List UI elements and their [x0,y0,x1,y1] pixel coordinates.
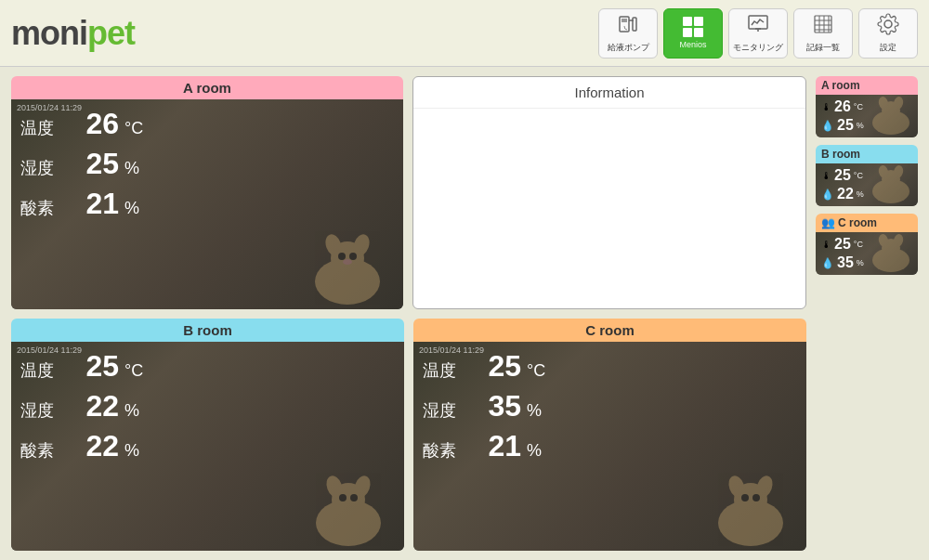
room-b-card: B room 2015/01/24 11:29 温度 25 [11,319,404,552]
room-b-humidity-label: 湿度 [20,399,58,422]
sidebar-b-temp-unit: °C [854,171,863,180]
nav-pump-button[interactable]: 給液ポンプ [598,8,658,59]
nav-menios-button[interactable]: Menios [663,8,723,59]
sidebar-c-humidity-value: 35 [837,254,854,271]
room-c-card: C room 2015/01/24 11:29 温度 25 [413,319,806,552]
room-a-header: A room [11,76,403,99]
nav-buttons: 給液ポンプ Menios モニタリング [598,8,918,59]
sidebar-room-b[interactable]: B room 🌡 25 °C 💧 22 % [816,145,918,206]
sidebar-a-temp-value: 26 [834,98,851,115]
sidebar-c-temp-value: 25 [834,236,851,253]
pump-icon [617,13,639,39]
room-c-temp-label: 温度 [423,359,460,382]
room-b-oxygen-label: 酸素 [20,439,58,462]
rooms-area: A room 2015/01/24 11:29 [11,76,806,551]
room-a-temp-unit: °C [124,119,143,138]
room-a-temp-row: 温度 26 °C [20,107,394,141]
room-a-temp-value: 26 [63,107,119,141]
drop-icon-c: 💧 [821,257,834,269]
nav-pump-label: 給液ポンプ [608,42,649,54]
sidebar-c-humidity-row: 💧 35 % [821,254,912,271]
sidebar-room-c[interactable]: 👥 C room 🌡 25 °C 💧 35 % [816,214,918,275]
sidebar-a-temp-unit: °C [854,102,863,111]
people-icon: 👥 [821,216,835,229]
room-b-temp-value: 25 [63,349,119,384]
room-c-humidity-label: 湿度 [423,399,460,422]
nav-settings-button[interactable]: 設定 [858,8,918,59]
room-c-oxygen-row: 酸素 21 % [423,429,797,463]
records-icon [812,13,834,39]
room-b-body: 2015/01/24 11:29 温度 25 °C [11,342,404,552]
nav-records-label: 記録一覧 [806,42,840,54]
room-c-humidity-unit: % [527,401,542,421]
bottom-row: B room 2015/01/24 11:29 温度 25 [11,319,806,552]
sidebar-c-header: 👥 C room [816,214,918,232]
room-b-oxygen-row: 酸素 22 % [20,429,395,463]
drop-icon: 💧 [821,120,834,132]
room-b-oxygen-value: 22 [63,429,119,463]
svg-rect-1 [622,19,627,22]
room-b-header: B room [11,319,404,342]
room-a-stats: 温度 26 °C 湿度 25 % 酸素 21 % [11,99,403,228]
room-c-oxygen-unit: % [527,441,542,461]
app-logo: monipet [11,14,135,53]
info-panel-body [413,109,805,308]
room-a-oxygen-row: 酸素 21 % [20,187,394,221]
room-a-oxygen-value: 21 [63,187,119,221]
sidebar-c-temp-row: 🌡 25 °C [821,236,912,253]
room-a-humidity-label: 湿度 [20,157,58,179]
sidebar-c-temp-unit: °C [854,240,863,249]
room-a-card: A room 2015/01/24 11:29 [11,76,403,309]
thermometer-icon: 🌡 [821,101,831,112]
sidebar-a-temp-row: 🌡 26 °C [821,98,912,115]
room-a-humidity-row: 湿度 25 % [20,147,394,181]
sidebar-b-body: 🌡 25 °C 💧 22 % [816,163,918,206]
sidebar-a-humidity-unit: % [857,121,864,130]
svg-point-20 [343,259,352,265]
sidebar-c-body: 🌡 25 °C 💧 35 % [816,232,918,275]
sidebar-room-a[interactable]: A room 🌡 26 °C 💧 25 % [816,76,918,137]
sidebar-a-humidity-row: 💧 25 % [821,117,912,134]
sidebar-a-humidity-value: 25 [837,117,854,134]
room-b-stats: 温度 25 °C 湿度 22 % 酸素 22 % [11,342,404,471]
menios-icon [683,17,703,37]
info-panel: Information [412,76,806,309]
room-c-oxygen-value: 21 [465,429,521,463]
room-c-temp-value: 25 [465,349,521,384]
nav-monitoring-label: モニタリング [733,42,783,54]
svg-point-19 [349,253,357,260]
svg-point-32 [752,494,760,501]
room-b-humidity-unit: % [124,401,139,421]
main-content: A room 2015/01/24 11:29 [0,67,929,560]
sidebar-c-name: C room [838,216,877,229]
logo-moni: moni [11,14,87,52]
room-c-stats: 温度 25 °C 湿度 35 % 酸素 21 % [413,342,806,471]
nav-menios-label: Menios [679,40,706,49]
nav-monitoring-button[interactable]: モニタリング [728,8,788,59]
svg-rect-3 [633,18,636,31]
room-c-humidity-value: 35 [465,389,521,423]
top-row: A room 2015/01/24 11:29 [11,76,806,309]
sidebar: A room 🌡 26 °C 💧 25 % [816,76,918,551]
sidebar-c-humidity-unit: % [857,258,864,267]
room-b-temp-label: 温度 [20,359,58,382]
sidebar-b-header: B room [816,145,918,163]
nav-records-button[interactable]: 記録一覧 [793,8,853,59]
nav-settings-label: 設定 [880,42,896,54]
sidebar-b-humidity-row: 💧 22 % [821,186,912,202]
settings-icon [877,13,899,39]
info-panel-title: Information [413,77,805,109]
room-b-humidity-row: 湿度 22 % [20,389,395,423]
svg-point-25 [339,494,347,501]
svg-point-18 [338,253,346,260]
svg-point-26 [350,494,358,501]
room-a-humidity-unit: % [124,159,139,178]
room-c-oxygen-label: 酸素 [423,439,460,462]
room-a-oxygen-unit: % [124,199,139,218]
sidebar-b-humidity-unit: % [857,189,864,199]
logo-pet: pet [87,14,135,52]
room-c-humidity-row: 湿度 35 % [423,389,797,423]
room-b-oxygen-unit: % [124,441,139,461]
drop-icon-b: 💧 [821,189,834,201]
sidebar-b-temp-value: 25 [834,167,851,184]
